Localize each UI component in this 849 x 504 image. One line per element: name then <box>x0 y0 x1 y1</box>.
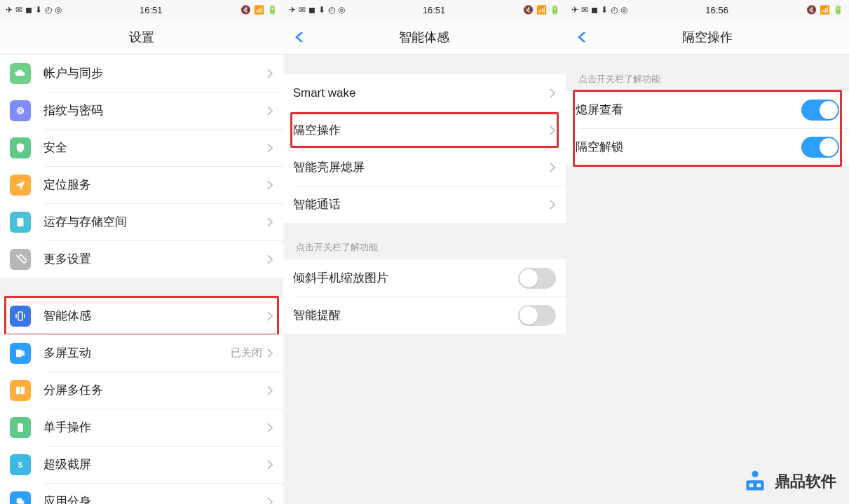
chevron-right-icon <box>266 143 273 153</box>
mail-icon: ✉ <box>15 5 22 15</box>
row-label: 智能体感 <box>43 308 266 324</box>
shield-icon <box>10 137 31 158</box>
status-bar: ✈ ✉ ◼ ⬇ ◴ ◎ 16:51 🔇 📶 🔋 <box>0 0 283 20</box>
chevron-right-icon <box>266 217 273 227</box>
nav-header: 设置 <box>0 20 283 55</box>
chevron-right-icon <box>266 497 273 505</box>
cloud-icon <box>10 63 31 84</box>
row-smart-wake[interactable]: Smart wake <box>283 74 566 111</box>
row-label: Smart wake <box>293 86 550 100</box>
page-title: 智能体感 <box>399 29 449 46</box>
row-splitscreen[interactable]: 分屏多任务 <box>0 372 283 409</box>
clock-icon: ◴ <box>328 5 335 15</box>
row-label: 运存与存储空间 <box>43 214 266 230</box>
row-label: 智能提醒 <box>293 307 519 323</box>
airplane-icon: ✈ <box>6 5 13 15</box>
target-icon: ◎ <box>55 5 62 15</box>
back-button[interactable] <box>293 30 307 44</box>
svg-rect-12 <box>19 500 25 504</box>
motion-list[interactable]: Smart wake 隔空操作 智能亮屏熄屏 智能通话 点击开关栏了解功能 倾斜… <box>283 55 566 504</box>
svg-rect-16 <box>757 484 761 487</box>
row-security[interactable]: 安全 <box>0 129 283 166</box>
row-air-unlock[interactable]: 隔空解锁 <box>566 128 849 165</box>
page-title: 隔空操作 <box>682 29 733 46</box>
mail-icon: ✉ <box>581 5 588 15</box>
toggle-smart-remind[interactable] <box>518 305 556 326</box>
settings-list[interactable]: 帐户与同步 指纹与密码 安全 定位服务 运存与存储空间 更多设置 <box>0 55 283 504</box>
row-label: 智能亮屏熄屏 <box>293 159 550 175</box>
chevron-right-icon <box>266 386 273 395</box>
chevron-right-icon <box>266 180 273 190</box>
row-location[interactable]: 定位服务 <box>0 166 283 203</box>
row-smart-remind[interactable]: 智能提醒 <box>283 297 566 334</box>
row-smart-call[interactable]: 智能通话 <box>283 186 566 223</box>
row-label: 应用分身 <box>43 493 266 504</box>
svg-point-9 <box>20 430 21 431</box>
status-bar: ✈ ✉ ◼ ⬇ ◴ ◎ 16:51 🔇 📶 🔋 <box>283 0 566 20</box>
svg-point-13 <box>752 471 759 477</box>
nav-header: 智能体感 <box>283 20 566 55</box>
back-button[interactable] <box>576 30 590 44</box>
nav-icon <box>10 175 31 196</box>
chevron-right-icon <box>266 348 273 358</box>
row-label: 熄屏查看 <box>576 102 801 118</box>
screen-air-operation: ✈ ✉ ◼ ⬇ ◴ ◎ 16:56 🔇 📶 🔋 隔空操作 点击开关栏了解功能 熄… <box>566 0 849 504</box>
mute-icon: 🔇 <box>806 5 817 15</box>
row-more-settings[interactable]: 更多设置 <box>0 240 283 278</box>
target-icon: ◎ <box>620 5 627 15</box>
mail-icon: ✉ <box>299 5 306 15</box>
chevron-right-icon <box>266 460 273 470</box>
row-appclone[interactable]: 应用分身 <box>0 483 283 504</box>
svg-rect-5 <box>20 350 25 356</box>
chevron-right-icon <box>549 88 556 98</box>
row-storage[interactable]: 运存与存储空间 <box>0 203 283 240</box>
mute-icon: 🔇 <box>523 5 534 15</box>
page-title: 设置 <box>129 29 154 46</box>
chevron-right-icon <box>549 163 556 172</box>
screen-smart-motion: ✈ ✉ ◼ ⬇ ◴ ◎ 16:51 🔇 📶 🔋 智能体感 Smart wake … <box>283 0 566 504</box>
row-multiscreen[interactable]: 多屏互动 已关闭 <box>0 334 283 372</box>
status-time: 16:56 <box>705 5 728 15</box>
supershot-icon: S <box>10 454 31 475</box>
screen-settings: ✈ ✉ ◼ ⬇ ◴ ◎ 16:51 🔇 📶 🔋 设置 帐户与同步 指纹与密码 <box>0 0 283 504</box>
row-onehand[interactable]: 单手操作 <box>0 409 283 446</box>
row-smart-motion[interactable]: 智能体感 <box>0 297 283 334</box>
download-icon: ⬇ <box>35 5 42 15</box>
split-icon <box>10 380 31 401</box>
onehand-icon <box>10 417 31 438</box>
wifi-icon: 📶 <box>820 5 830 15</box>
row-label: 智能通话 <box>293 196 550 212</box>
notif-icon: ◼ <box>591 5 598 15</box>
toggle-screenoff-view[interactable] <box>801 100 839 121</box>
section-header: 点击开关栏了解功能 <box>566 55 849 91</box>
clock-icon: ◴ <box>45 5 52 15</box>
row-label: 倾斜手机缩放图片 <box>293 270 519 286</box>
nav-header: 隔空操作 <box>566 20 849 55</box>
row-value: 已关闭 <box>231 346 262 360</box>
row-screenoff-view[interactable]: 熄屏查看 <box>566 91 849 128</box>
chevron-right-icon <box>266 311 273 321</box>
row-account-sync[interactable]: 帐户与同步 <box>0 55 283 92</box>
airplane-icon: ✈ <box>289 5 296 15</box>
row-fingerprint[interactable]: 指纹与密码 <box>0 92 283 129</box>
chevron-right-icon <box>266 69 273 79</box>
fingerprint-icon <box>10 100 31 121</box>
toggle-air-unlock[interactable] <box>801 137 839 158</box>
row-label: 指纹与密码 <box>43 102 266 118</box>
motion-icon <box>10 306 31 327</box>
row-tilt-zoom[interactable]: 倾斜手机缩放图片 <box>283 259 566 297</box>
row-label: 多屏互动 <box>43 345 231 361</box>
battery-icon: 🔋 <box>833 5 843 15</box>
download-icon: ⬇ <box>318 5 325 15</box>
svg-rect-15 <box>749 484 753 487</box>
battery-icon: 🔋 <box>550 5 560 15</box>
toggle-tilt-zoom[interactable] <box>518 268 556 289</box>
air-list[interactable]: 点击开关栏了解功能 熄屏查看 隔空解锁 <box>566 55 849 504</box>
svg-point-1 <box>19 109 22 112</box>
row-air-operation[interactable]: 隔空操作 <box>283 111 566 149</box>
row-smart-screen[interactable]: 智能亮屏熄屏 <box>283 149 566 186</box>
row-supershot[interactable]: S 超级截屏 <box>0 446 283 483</box>
row-label: 分屏多任务 <box>43 382 266 398</box>
download-icon: ⬇ <box>601 5 608 15</box>
multiscreen-icon <box>10 343 31 364</box>
